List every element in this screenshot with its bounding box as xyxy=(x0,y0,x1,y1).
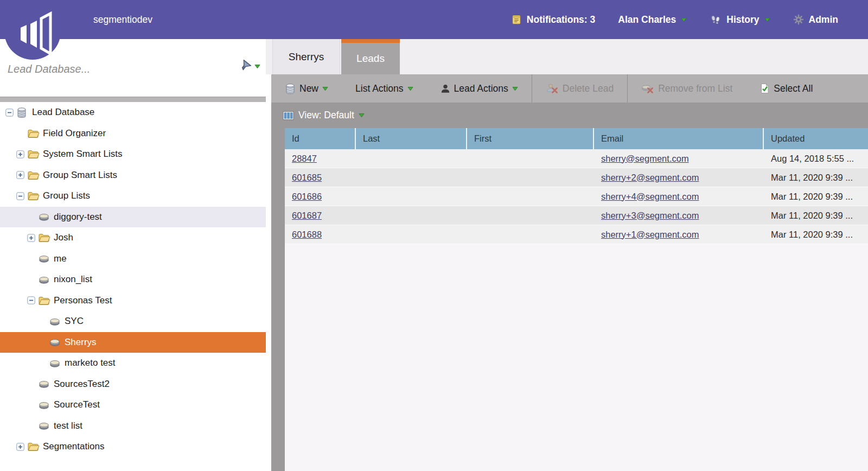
toolbar-button-label: Delete Lead xyxy=(563,83,614,94)
tree-item-label: test list xyxy=(54,421,82,431)
last-cell xyxy=(356,168,467,187)
folder-icon xyxy=(38,295,50,306)
tree-item-label: System Smart Lists xyxy=(43,149,122,160)
email-cell: sherry+3@segment.com xyxy=(594,206,764,225)
database-icon xyxy=(285,83,296,94)
tree-item-label: SYC xyxy=(65,316,84,327)
list-icon xyxy=(38,400,50,410)
admin-button[interactable]: Admin xyxy=(793,14,838,26)
user-menu-button[interactable]: Alan Charles xyxy=(618,14,687,26)
tree-item-field-organizer[interactable]: Field Organizer xyxy=(0,123,266,144)
id-cell: 28847 xyxy=(285,149,356,168)
tree-item-me[interactable]: me xyxy=(0,249,266,270)
view-selector-label: View: Default xyxy=(298,110,354,121)
expand-toggle-icon[interactable] xyxy=(16,443,24,451)
lead-id-link[interactable]: 601688 xyxy=(292,230,322,240)
updated-cell-text: Mar 11, 2020 9:39 ... xyxy=(771,173,853,183)
collapse-toggle-icon[interactable] xyxy=(5,109,14,117)
tree-item-label: diggory-test xyxy=(54,212,102,222)
tree-item-nixon-list[interactable]: nixon_list xyxy=(0,269,266,290)
tree-item-sourcetest[interactable]: SourceTest xyxy=(0,394,266,416)
search-filter-button[interactable] xyxy=(238,60,260,73)
view-grid-icon xyxy=(283,111,294,120)
tree-item-sourcestest2[interactable]: SourcesTest2 xyxy=(0,374,266,395)
marketo-logo-icon xyxy=(4,3,61,60)
tree-item-label: me xyxy=(54,253,67,264)
column-header-last[interactable]: Last xyxy=(356,128,467,149)
history-button[interactable]: History xyxy=(710,14,770,26)
lead-actions-button[interactable]: Lead Actions xyxy=(427,74,532,103)
list-actions-button[interactable]: List Actions xyxy=(342,74,427,103)
lead-email-link[interactable]: sherry+2@segment.com xyxy=(601,173,699,183)
remove-from-list-button[interactable]: Remove from List xyxy=(628,74,746,103)
collapse-toggle-icon[interactable] xyxy=(16,192,24,200)
gear-icon xyxy=(793,14,804,25)
toolbar-button-label: New xyxy=(299,83,318,94)
select-all-button[interactable]: Select All xyxy=(746,74,826,103)
leads-table: IdLastFirstEmailUpdated 28847sherry@segm… xyxy=(285,128,868,471)
tab-strip: Sherrys Leads xyxy=(266,39,868,74)
tree-item-diggory-test[interactable]: diggory-test xyxy=(0,207,266,228)
tree-item-lead-database[interactable]: Lead Database xyxy=(0,102,266,123)
column-header-label: Updated xyxy=(771,133,805,144)
first-cell xyxy=(467,168,594,187)
tree-item-segmentations[interactable]: Segmentations xyxy=(0,436,266,457)
lead-id-link[interactable]: 28847 xyxy=(292,154,317,164)
column-header-first[interactable]: First xyxy=(467,128,594,149)
tree-item-system-smart-lists[interactable]: System Smart Lists xyxy=(0,144,266,165)
lead-database-search-input[interactable] xyxy=(8,58,225,80)
last-cell xyxy=(356,225,467,244)
notifications-button[interactable]: Notifications: 3 xyxy=(511,14,595,26)
updated-cell-text: Mar 11, 2020 9:39 ... xyxy=(771,192,853,202)
list-icon xyxy=(49,337,61,347)
lead-database-tree: Lead DatabaseField OrganizerSystem Smart… xyxy=(0,102,266,457)
folder-icon xyxy=(27,441,40,452)
lead-email-link[interactable]: sherry+1@segment.com xyxy=(601,230,699,240)
lead-email-link[interactable]: sherry+3@segment.com xyxy=(601,211,699,221)
marketo-logo[interactable] xyxy=(4,3,61,60)
table-body: 28847sherry@segment.comAug 14, 2018 5:55… xyxy=(285,149,868,244)
tree-item-personas-test[interactable]: Personas Test xyxy=(0,290,266,311)
sidebar-divider xyxy=(0,97,266,102)
lead-id-link[interactable]: 601685 xyxy=(292,173,322,183)
updated-cell: Aug 14, 2018 5:55 ... xyxy=(764,149,868,168)
updated-cell: Mar 11, 2020 9:39 ... xyxy=(764,187,868,206)
expand-toggle-icon[interactable] xyxy=(27,234,35,242)
folder-icon xyxy=(27,190,40,201)
new-button[interactable]: New xyxy=(271,74,342,103)
tab-leads[interactable]: Leads xyxy=(341,39,400,74)
tree-item-syc[interactable]: SYC xyxy=(0,311,266,332)
toolbar-button-label: Remove from List xyxy=(658,83,732,94)
tree-item-josh[interactable]: Josh xyxy=(0,227,266,249)
last-cell xyxy=(356,187,467,206)
toolbar: NewList ActionsLead ActionsDelete LeadRe… xyxy=(271,74,868,103)
email-cell: sherry+1@segment.com xyxy=(594,225,764,244)
tree-item-test-list[interactable]: test list xyxy=(0,416,266,437)
dropdown-arrow-icon xyxy=(764,17,770,22)
toolbar-button-label: List Actions xyxy=(355,83,404,94)
tab-sherrys[interactable]: Sherrys xyxy=(272,39,340,74)
select-all-icon xyxy=(760,83,770,94)
first-cell xyxy=(467,149,594,168)
delete-lead-button[interactable]: Delete Lead xyxy=(532,74,627,103)
database-icon xyxy=(16,107,29,118)
tree-item-group-lists[interactable]: Group Lists xyxy=(0,186,266,207)
column-header-id[interactable]: Id xyxy=(285,128,356,149)
column-header-updated[interactable]: Updated xyxy=(764,128,868,149)
expand-toggle-icon[interactable] xyxy=(16,150,24,158)
lead-id-link[interactable]: 601687 xyxy=(292,211,322,221)
id-cell: 601687 xyxy=(285,206,356,225)
lead-email-link[interactable]: sherry+4@segment.com xyxy=(601,192,699,202)
tree-item-group-smart-lists[interactable]: Group Smart Lists xyxy=(0,165,266,186)
folder-icon xyxy=(38,232,50,243)
collapse-toggle-icon[interactable] xyxy=(27,296,35,304)
lead-email-link[interactable]: sherry@segment.com xyxy=(601,154,689,164)
view-selector[interactable]: View: Default xyxy=(271,103,868,128)
lead-id-link[interactable]: 601686 xyxy=(292,192,322,202)
tree-item-marketo-test[interactable]: marketo test xyxy=(0,353,266,374)
column-header-email[interactable]: Email xyxy=(594,128,764,149)
tree-item-sherrys[interactable]: Sherrys xyxy=(0,332,266,353)
folder-icon xyxy=(27,149,40,160)
expand-toggle-icon[interactable] xyxy=(16,171,24,179)
footprints-icon xyxy=(710,14,722,25)
